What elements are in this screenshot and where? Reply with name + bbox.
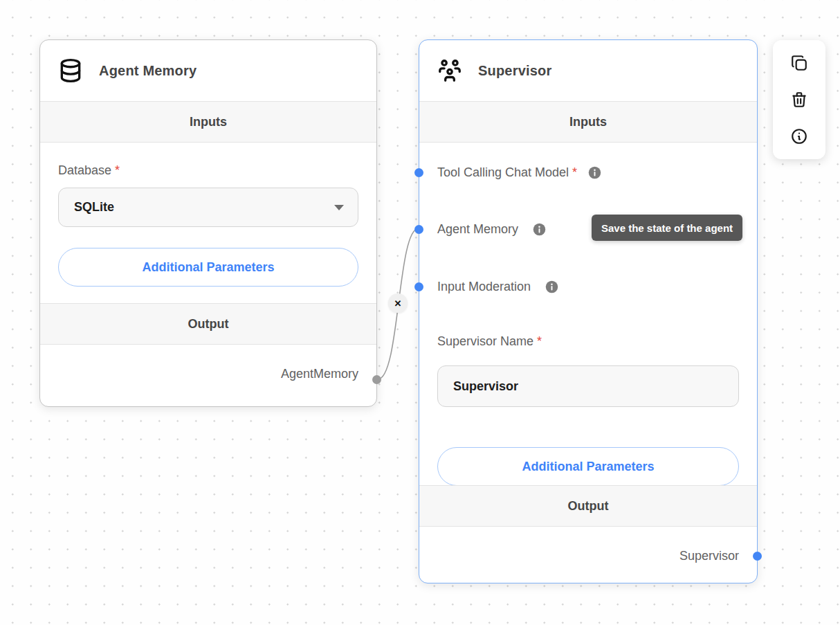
- additional-parameters-button[interactable]: Additional Parameters: [58, 248, 358, 287]
- required-marker: *: [537, 334, 542, 348]
- output-anchor-row: AgentMemory: [40, 345, 376, 403]
- agent-memory-handle[interactable]: [414, 225, 423, 234]
- required-marker: *: [572, 165, 577, 179]
- additional-parameters-button[interactable]: Additional Parameters: [437, 447, 739, 486]
- edge-delete-button[interactable]: ✕: [388, 293, 408, 313]
- node-title: Supervisor: [478, 63, 551, 79]
- chevron-down-icon: [334, 205, 344, 210]
- output-section-header: Output: [40, 303, 376, 345]
- info-icon[interactable]: [790, 127, 808, 145]
- duplicate-icon[interactable]: [790, 54, 808, 72]
- node-title: Agent Memory: [99, 63, 197, 79]
- input-moderation-handle[interactable]: [414, 282, 423, 291]
- users-group-icon: [437, 57, 463, 84]
- flow-canvas[interactable]: Agent Memory Inputs Database* SQLite Add…: [0, 0, 840, 625]
- info-icon[interactable]: [545, 280, 559, 294]
- node-toolbar: [773, 40, 825, 159]
- tool-calling-chat-model-handle[interactable]: [414, 168, 423, 177]
- supervisor-output-handle[interactable]: [753, 552, 762, 561]
- output-anchor-label: Supervisor: [679, 549, 739, 563]
- database-icon: [57, 57, 84, 84]
- output-anchor-row: Supervisor: [419, 542, 757, 570]
- output-anchor-label: AgentMemory: [281, 367, 358, 381]
- anchor-label: Agent Memory: [437, 222, 522, 237]
- agent-memory-tooltip: Save the state of the agent: [592, 215, 742, 241]
- supervisor-node[interactable]: Supervisor Inputs Tool Calling Chat Mode…: [419, 39, 758, 583]
- supervisor-name-label: Supervisor Name*: [437, 334, 542, 349]
- anchor-label: Input Moderation: [437, 280, 534, 294]
- supervisor-name-input[interactable]: [437, 365, 739, 407]
- inputs-section-header: Inputs: [40, 101, 376, 143]
- anchor-label: Tool Calling Chat Model*: [437, 165, 577, 180]
- database-field-label: Database*: [58, 163, 376, 178]
- anchor-row-tool-calling-chat-model: Tool Calling Chat Model*: [437, 161, 602, 184]
- database-select-value: SQLite: [74, 200, 114, 215]
- database-select[interactable]: SQLite: [58, 188, 358, 227]
- agent-memory-node-header: Agent Memory: [40, 40, 376, 101]
- delete-icon[interactable]: [790, 91, 808, 109]
- supervisor-node-header: Supervisor: [419, 40, 757, 101]
- required-marker: *: [115, 163, 120, 177]
- info-icon[interactable]: [587, 165, 602, 180]
- anchor-row-agent-memory: Agent Memory: [437, 217, 547, 241]
- output-section-header: Output: [419, 485, 757, 527]
- agentmemory-output-handle[interactable]: [372, 375, 381, 384]
- info-icon[interactable]: [532, 222, 547, 237]
- anchor-row-input-moderation: Input Moderation: [437, 275, 559, 298]
- agent-memory-node[interactable]: Agent Memory Inputs Database* SQLite Add…: [39, 39, 377, 407]
- inputs-section-header: Inputs: [419, 101, 757, 143]
